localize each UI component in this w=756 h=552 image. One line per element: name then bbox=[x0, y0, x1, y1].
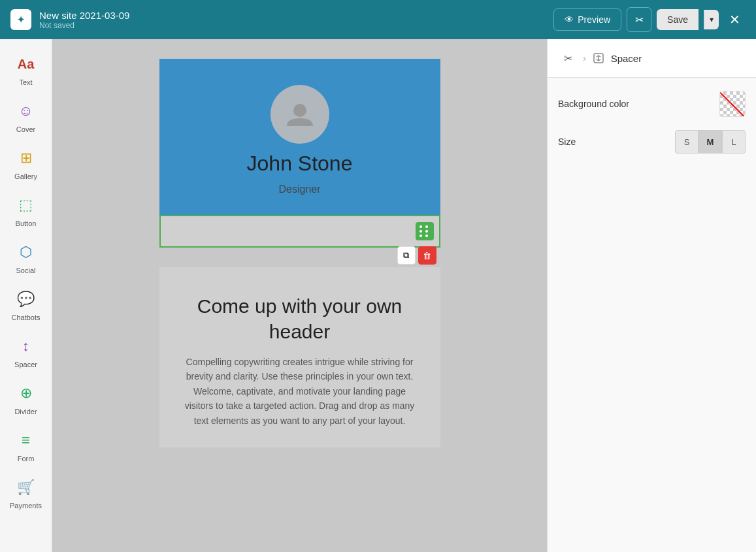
sidebar-label-spacer: Spacer bbox=[14, 361, 37, 368]
avatar bbox=[271, 85, 329, 144]
text-icon: Aa bbox=[14, 52, 38, 76]
spacer-component-icon bbox=[591, 51, 606, 65]
sidebar-label-gallery: Gallery bbox=[14, 172, 37, 180]
form-icon: ≡ bbox=[14, 429, 38, 452]
chatbots-icon: 💬 bbox=[14, 287, 38, 311]
size-row: Size S M L bbox=[558, 130, 746, 154]
sidebar: Aa Text ☺ Cover ⊞ Gallery ⬚ Button ⬡ Soc… bbox=[0, 39, 52, 552]
sidebar-label-divider: Divider bbox=[14, 408, 37, 415]
text-heading: Come up with your own header bbox=[179, 293, 421, 344]
dot bbox=[419, 235, 422, 237]
sidebar-item-form[interactable]: ≡ Form bbox=[3, 423, 49, 468]
preview-button[interactable]: 👁 Preview bbox=[553, 8, 621, 31]
scissors-icon: ✂ bbox=[635, 14, 644, 26]
close-button[interactable]: ✕ bbox=[724, 9, 746, 30]
sidebar-item-social[interactable]: ⬡ Social bbox=[3, 235, 49, 280]
site-name: New site 2021-03-09 bbox=[39, 10, 546, 21]
save-dropdown-button[interactable]: ▾ bbox=[704, 10, 719, 29]
panel-settings-icon[interactable]: ✂ bbox=[558, 48, 578, 68]
background-color-swatch[interactable] bbox=[719, 91, 746, 117]
canvas-area: John Stone Designer ⧉ � bbox=[52, 39, 547, 552]
topbar-actions: 👁 Preview ✂ Save ▾ ✕ bbox=[553, 7, 746, 32]
spacer-icon: ↕ bbox=[14, 334, 38, 358]
cover-subtitle: Designer bbox=[278, 184, 320, 195]
dot bbox=[425, 230, 428, 233]
main-layout: Aa Text ☺ Cover ⊞ Gallery ⬚ Button ⬡ Soc… bbox=[0, 39, 756, 552]
spacer-block[interactable]: ⧉ 🗑 bbox=[159, 215, 440, 248]
sidebar-label-button: Button bbox=[16, 219, 37, 227]
sidebar-label-payments: Payments bbox=[10, 502, 42, 510]
sidebar-item-text[interactable]: Aa Text bbox=[3, 47, 49, 91]
text-body: Compelling copywriting creates intrigue … bbox=[179, 355, 421, 428]
duplicate-spacer-button[interactable]: ⧉ bbox=[397, 246, 416, 265]
panel-component-name: Spacer bbox=[611, 53, 642, 64]
sidebar-item-chatbots[interactable]: 💬 Chatbots bbox=[3, 282, 49, 327]
delete-spacer-button[interactable]: 🗑 bbox=[418, 246, 436, 265]
text-block[interactable]: Come up with your own header Compelling … bbox=[159, 267, 440, 447]
svg-point-0 bbox=[293, 104, 306, 117]
cover-block[interactable]: John Stone Designer bbox=[159, 59, 440, 215]
sidebar-label-social: Social bbox=[16, 267, 36, 274]
right-panel: ✂ › Spacer Background color bbox=[547, 39, 756, 552]
dot bbox=[425, 235, 428, 237]
drag-dots bbox=[419, 225, 429, 237]
gallery-icon: ⊞ bbox=[14, 146, 38, 170]
sidebar-label-chatbots: Chatbots bbox=[11, 314, 40, 321]
save-button[interactable]: Save bbox=[657, 9, 698, 30]
size-s-button[interactable]: S bbox=[675, 130, 698, 154]
settings-button[interactable]: ✂ bbox=[627, 7, 651, 32]
background-color-row: Background color bbox=[558, 91, 746, 117]
spacer-drag-handle[interactable] bbox=[416, 222, 434, 240]
canvas-content: John Stone Designer ⧉ � bbox=[159, 59, 440, 532]
button-icon: ⬚ bbox=[14, 193, 38, 217]
site-status: Not saved bbox=[39, 21, 546, 30]
dot bbox=[419, 230, 422, 233]
spacer-action-bar: ⧉ 🗑 bbox=[397, 246, 436, 265]
social-icon: ⬡ bbox=[14, 240, 38, 264]
size-label: Size bbox=[558, 137, 576, 147]
topbar: ✦ New site 2021-03-09 Not saved 👁 Previe… bbox=[0, 0, 756, 39]
cover-name: John Stone bbox=[247, 152, 353, 176]
app-logo: ✦ bbox=[10, 9, 31, 30]
panel-body: Background color Size S M L bbox=[548, 78, 756, 167]
sidebar-item-spacer[interactable]: ↕ Spacer bbox=[3, 329, 49, 374]
panel-header: ✂ › Spacer bbox=[548, 39, 756, 78]
size-l-button[interactable]: L bbox=[722, 130, 746, 154]
sidebar-item-button[interactable]: ⬚ Button bbox=[3, 188, 49, 233]
sidebar-item-divider[interactable]: ⊕ Divider bbox=[3, 376, 49, 421]
sidebar-label-cover: Cover bbox=[16, 125, 35, 133]
eye-icon: 👁 bbox=[565, 14, 574, 25]
breadcrumb-separator: › bbox=[583, 53, 586, 63]
sidebar-item-gallery[interactable]: ⊞ Gallery bbox=[3, 141, 49, 186]
divider-icon: ⊕ bbox=[14, 382, 38, 405]
size-button-group: S M L bbox=[675, 130, 746, 154]
dot bbox=[425, 225, 428, 228]
sidebar-item-payments[interactable]: 🛒 Payments bbox=[3, 470, 49, 515]
payments-icon: 🛒 bbox=[14, 476, 38, 499]
sidebar-item-cover[interactable]: ☺ Cover bbox=[3, 94, 49, 138]
sidebar-label-form: Form bbox=[18, 455, 35, 463]
cover-icon: ☺ bbox=[14, 99, 38, 123]
sidebar-label-text: Text bbox=[19, 78, 32, 86]
site-info: New site 2021-03-09 Not saved bbox=[39, 10, 546, 30]
dot bbox=[419, 225, 422, 228]
size-m-button[interactable]: M bbox=[698, 130, 722, 154]
background-color-label: Background color bbox=[558, 99, 629, 109]
